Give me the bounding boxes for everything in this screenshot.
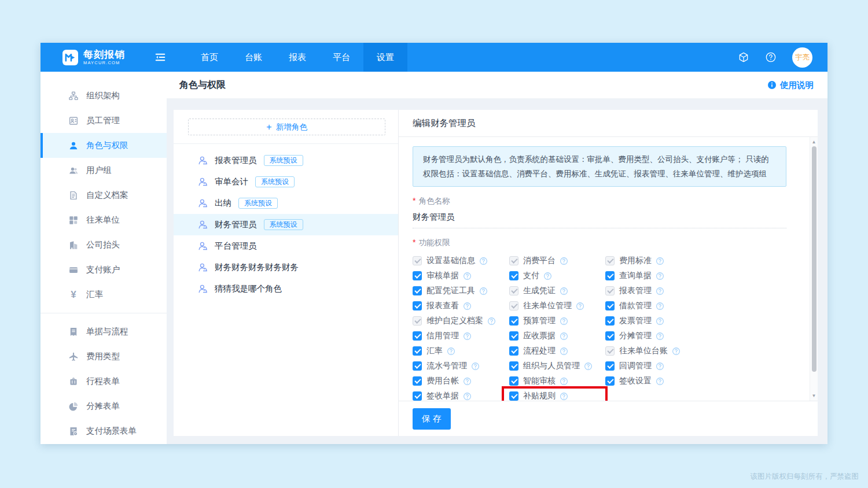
menu-collapse-icon[interactable] — [154, 51, 167, 64]
system-preset-badge: 系统预设 — [255, 176, 295, 187]
sidebar-item-1-2[interactable]: 行程表单 — [41, 369, 167, 394]
permission-item-22: 组织与人员管理 — [509, 361, 605, 371]
save-button[interactable]: 保存 — [413, 408, 451, 430]
sidebar-item-1-4[interactable]: 支付场景表单 — [41, 419, 167, 443]
sidebar-item-0-6[interactable]: 公司抬头 — [41, 232, 167, 257]
help-icon[interactable] — [656, 272, 664, 280]
help-icon[interactable] — [463, 392, 472, 401]
help-icon[interactable] — [447, 347, 455, 356]
help-icon[interactable] — [560, 392, 568, 401]
role-item-6[interactable]: 猜猜我是哪个角色 — [174, 278, 398, 300]
sidebar-item-label: 单据与流程 — [86, 326, 128, 337]
sidebar-item-label: 自定义档案 — [86, 190, 128, 201]
checkbox-checked[interactable] — [413, 331, 422, 341]
checkbox-checked[interactable] — [413, 346, 422, 356]
checkbox-checked[interactable] — [413, 376, 422, 386]
usage-instructions-link[interactable]: 使用说明 — [767, 80, 814, 91]
checkbox-checked[interactable] — [413, 391, 422, 401]
help-icon[interactable] — [656, 302, 664, 310]
add-role-button[interactable]: + 新增角色 — [188, 119, 385, 135]
help-icon[interactable] — [584, 362, 593, 371]
checkbox-checked[interactable] — [605, 376, 615, 386]
help-icon[interactable] — [560, 377, 568, 386]
checkbox-checked[interactable] — [413, 361, 422, 371]
help-icon[interactable] — [463, 302, 472, 310]
role-name: 审单会计 — [215, 176, 248, 187]
app-logo[interactable]: 每刻报销 MAYCUR.COM — [62, 50, 125, 65]
role-user-icon — [197, 176, 208, 187]
sidebar-item-0-4[interactable]: 自定义档案 — [41, 183, 167, 208]
checkbox-checked[interactable] — [605, 301, 615, 310]
role-name-input[interactable]: 财务管理员 — [413, 212, 786, 228]
help-icon[interactable] — [656, 257, 664, 265]
sidebar-item-0-7[interactable]: 支付账户 — [41, 257, 167, 282]
sidebar-item-1-3[interactable]: 分摊表单 — [41, 394, 167, 419]
help-icon[interactable] — [463, 377, 472, 386]
role-item-4[interactable]: 平台管理员 — [174, 235, 398, 257]
help-icon[interactable] — [656, 287, 664, 295]
user-avatar[interactable]: 宇亮 — [792, 47, 812, 68]
checkbox-checked[interactable] — [509, 271, 518, 280]
role-item-5[interactable]: 财务财务财务财务财务 — [174, 257, 398, 278]
role-item-1[interactable]: 审单会计系统预设 — [174, 171, 398, 193]
help-icon[interactable] — [560, 287, 568, 295]
nav-tab-1[interactable]: 首页 — [187, 43, 231, 72]
role-item-0[interactable]: 报表管理员系统预设 — [174, 150, 398, 171]
sidebar-item-label: 费用类型 — [86, 351, 120, 362]
scrollbar-thumb[interactable] — [812, 146, 816, 372]
help-icon[interactable] — [672, 347, 681, 356]
sidebar-item-0-3[interactable]: 用户组 — [41, 158, 167, 183]
system-preset-badge: 系统预设 — [264, 219, 303, 230]
help-icon[interactable] — [656, 317, 664, 326]
sidebar-item-0-1[interactable]: 员工管理 — [41, 108, 167, 133]
sidebar-item-0-5[interactable]: 往来单位 — [41, 208, 167, 232]
role-item-3[interactable]: 财务管理员系统预设 — [174, 214, 398, 235]
checkbox-checked[interactable] — [509, 391, 518, 401]
help-icon[interactable] — [463, 272, 472, 280]
help-icon[interactable] — [543, 272, 552, 280]
help-icon[interactable] — [560, 257, 568, 265]
checkbox-checked[interactable] — [509, 331, 518, 341]
help-icon[interactable] — [656, 377, 664, 386]
checkbox-checked[interactable] — [413, 271, 422, 280]
nav-tab-3[interactable]: 报表 — [275, 43, 319, 72]
nav-tab-4[interactable]: 平台 — [319, 43, 363, 72]
nav-tab-5[interactable]: 设置 — [363, 43, 407, 72]
help-icon[interactable] — [479, 257, 488, 265]
sidebar-item-0-0[interactable]: 组织架构 — [41, 83, 167, 108]
sidebar-item-1-0[interactable]: 单据与流程 — [41, 319, 167, 344]
vertical-scrollbar[interactable]: ▲ ▼ — [810, 137, 818, 401]
help-icon[interactable] — [463, 332, 472, 341]
cube-icon[interactable] — [738, 51, 749, 63]
sidebar-item-1-1[interactable]: 费用类型 — [41, 344, 167, 369]
checkbox-checked[interactable] — [509, 346, 518, 356]
checkbox-checked[interactable] — [605, 331, 615, 341]
checkbox-checked[interactable] — [605, 316, 615, 326]
help-icon[interactable] — [487, 317, 496, 326]
scroll-down-icon[interactable]: ▼ — [810, 393, 818, 398]
checkbox-checked[interactable] — [509, 376, 518, 386]
checkbox-checked[interactable] — [509, 316, 518, 326]
sidebar-item-0-8[interactable]: ¥汇率 — [41, 282, 167, 307]
permission-item-10: 往来单位管理 — [509, 301, 605, 310]
help-icon[interactable] — [560, 332, 568, 341]
checkbox-checked[interactable] — [413, 301, 422, 310]
help-icon[interactable] — [656, 332, 664, 341]
checkbox-checked[interactable] — [413, 286, 422, 295]
help-icon[interactable] — [560, 347, 568, 356]
scroll-up-icon[interactable]: ▲ — [810, 139, 818, 145]
role-item-2[interactable]: 出纳系统预设 — [174, 193, 398, 214]
checkbox-checked[interactable] — [605, 361, 615, 371]
checkbox-checked[interactable] — [509, 361, 518, 371]
brand-domain: MAYCUR.COM — [83, 60, 125, 65]
sidebar-item-label: 分摊表单 — [86, 401, 120, 412]
help-circle-icon[interactable] — [765, 51, 777, 63]
help-icon[interactable] — [576, 302, 584, 310]
sidebar-item-0-2[interactable]: 角色与权限 — [41, 133, 167, 158]
help-icon[interactable] — [479, 287, 488, 295]
help-icon[interactable] — [471, 362, 480, 371]
checkbox-checked[interactable] — [605, 271, 615, 280]
nav-tab-2[interactable]: 台账 — [231, 43, 275, 72]
help-icon[interactable] — [560, 317, 568, 326]
help-icon[interactable] — [656, 362, 664, 371]
